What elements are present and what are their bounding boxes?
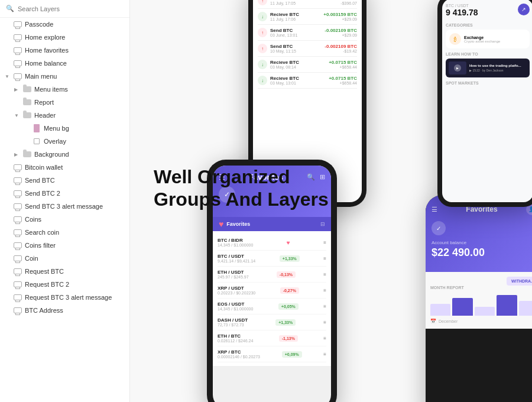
monitor-icon xyxy=(14,280,22,288)
phone4-content: ☰ Favorites 👤 ✓ Account balance $22 490.… xyxy=(426,195,532,402)
chart-area xyxy=(430,292,532,316)
monitor-icon xyxy=(14,254,22,262)
sidebar-item-send-btc[interactable]: Send BTC xyxy=(0,174,129,187)
folder-icon xyxy=(23,85,31,93)
send-arrow-icon: ↑ xyxy=(258,44,267,53)
menu-icon: ≡ xyxy=(323,352,326,357)
phone2-body: BTC / BIDR 14,345 / $1.000000 ♥ ≡ BTC / … xyxy=(213,231,331,366)
chart-bar-1 xyxy=(430,304,450,316)
monitor-icon xyxy=(14,293,22,302)
menu-icon: ≡ xyxy=(323,320,326,325)
folder-icon xyxy=(23,150,31,158)
tx-row-2: ↓ Recieve BTC 11 July, 17:06 +0.003159 B… xyxy=(258,9,357,25)
small-square-icon xyxy=(33,137,41,145)
sidebar-item-report[interactable]: Report xyxy=(0,96,129,109)
sidebar-item-request-btc[interactable]: Request BTC xyxy=(0,265,129,278)
sidebar-item-request-btc-2[interactable]: Request BTC 2 xyxy=(0,278,129,291)
sidebar-item-search-coin[interactable]: Search coin xyxy=(0,226,129,239)
monitor-icon xyxy=(14,228,22,236)
btc-header: BTC / USDT 9 419.78 ↗ xyxy=(446,4,530,20)
coin-row-xrp-usdt: XRP / USDT 0.20223 / $0.202230 -0,27% ≡ xyxy=(218,283,326,299)
folder-icon xyxy=(23,98,31,106)
sidebar-item-passcode[interactable]: Passcode xyxy=(0,18,129,31)
coin-row-btc-usdt: BTC / USDT 9,421.14 / $9,421.14 +1,33% ≡ xyxy=(218,251,326,267)
monitor-icon xyxy=(14,33,22,41)
coin-row-xrp-btc: XRP / BTC 0.00002146 / $0.20273 +0,09% ≡ xyxy=(218,346,326,362)
tx-row-5: ↓ Recieve BTC 03 May, 08:14 +0.0715 BTC … xyxy=(258,57,357,73)
menu-icon: ≡ xyxy=(323,304,326,309)
sidebar-item-btc-address[interactable]: BTC Address xyxy=(0,304,129,317)
monitor-icon xyxy=(14,306,22,315)
sidebar-item-coins-filter[interactable]: Coins filter xyxy=(0,239,129,252)
sidebar-item-request-btc-3[interactable]: Request BTC 3 alert message xyxy=(0,291,129,304)
folder-icon xyxy=(23,111,31,119)
learn-info: How to use the trading platfo... ▶ 15:22… xyxy=(469,64,521,72)
favorites-bar: ♥ Favorites ⊟ xyxy=(213,217,331,231)
coin-row-btc-bidr: BTC / BIDR 14,345 / $1.000000 ♥ ≡ xyxy=(218,235,326,251)
sidebar-item-background[interactable]: ▶ Background xyxy=(0,148,129,161)
sidebar-item-send-btc-3[interactable]: Send BTC 3 alert message xyxy=(0,200,129,213)
sidebar-item-coin[interactable]: Coin xyxy=(0,252,129,265)
sidebar-item-home-favorites[interactable]: Home favorites xyxy=(0,44,129,57)
monitor-icon xyxy=(14,267,22,275)
sidebar-item-home-explore[interactable]: Home explore xyxy=(0,31,129,44)
sidebar-item-menu-items[interactable]: ▶ Menu items xyxy=(0,83,129,96)
phone-mockup-categories: BTC / USDT 9 419.78 ↗ CATEGORIES ₿ Excha… xyxy=(437,0,532,207)
chart-bar-4 xyxy=(497,295,517,316)
sidebar-item-coins[interactable]: Coins xyxy=(0,213,129,226)
sidebar-item-home-balance[interactable]: Home balance xyxy=(0,57,129,70)
withdraw-button[interactable]: WITHDRA... xyxy=(507,277,532,286)
monitor-icon xyxy=(14,241,22,249)
pink-rect-icon xyxy=(33,124,41,132)
sidebar-item-send-btc-2[interactable]: Send BTC 2 xyxy=(0,187,129,200)
monitor-icon xyxy=(14,72,22,80)
phone-mockup-balance: ☰ Favorites 👤 ✓ Account balance $22 490.… xyxy=(426,195,532,402)
search-input[interactable] xyxy=(18,5,124,12)
tx-row-6: ↓ Recieve BTC 03 May, 13:01 +0.0715 BTC … xyxy=(258,73,357,89)
sidebar-item-main-menu[interactable]: ▼ Main menu xyxy=(0,70,129,83)
main-content: Well Organized Groups And Layers ↑ Send … xyxy=(130,0,532,402)
chevron-down-icon: ▼ xyxy=(5,74,11,79)
chevron-right-icon: ▶ xyxy=(14,87,20,92)
sidebar: 🔍 Passcode Home explore Home favorites H… xyxy=(0,0,130,402)
heart-icon: ♥ xyxy=(219,219,223,229)
tx-row-1: ↑ Send BTC 11 July, 17:05 -0.043010 BTC … xyxy=(258,0,357,9)
monitor-icon xyxy=(14,215,22,223)
person-icon: 👤 xyxy=(528,206,532,212)
profile-icon: ↗ xyxy=(518,4,530,15)
balance-body: WITHDRA... MONTH REPORT 📅 December xyxy=(426,272,532,329)
receive-arrow-icon: ↓ xyxy=(258,60,267,69)
menu-icon: ≡ xyxy=(323,336,326,341)
search-icon: 🔍 xyxy=(6,5,14,12)
send-arrow-icon: ↑ xyxy=(258,28,267,37)
monitor-icon xyxy=(14,202,22,210)
menu-icon: ≡ xyxy=(323,240,326,245)
sidebar-item-header[interactable]: ▼ Header xyxy=(0,109,129,122)
menu-icon: ≡ xyxy=(323,256,326,261)
monitor-icon xyxy=(14,59,22,67)
calendar-icon: 📅 xyxy=(430,319,436,324)
coin-row-eos-usdt: EOS / USDT 14,345 / $1.000000 +0,05% ≡ xyxy=(218,299,326,315)
balance-section: Account balance $22 490.00 xyxy=(432,240,532,259)
phone3-screen: BTC / USDT 9 419.78 ↗ CATEGORIES ₿ Excha… xyxy=(442,0,532,202)
grid-icon: ⊟ xyxy=(320,221,325,227)
receive-arrow-icon: ↓ xyxy=(258,12,267,21)
sidebar-item-menu-bg[interactable]: Menu bg xyxy=(0,122,129,135)
favorites-label: Favorites xyxy=(226,221,250,227)
search-bar[interactable]: 🔍 xyxy=(0,0,129,18)
learn-card: ▶ How to use the trading platfo... ▶ 15:… xyxy=(446,59,530,77)
video-thumbnail: ▶ xyxy=(449,61,466,74)
chart-bar-2 xyxy=(452,298,472,316)
check-icon: ✓ xyxy=(432,221,446,235)
monitor-icon xyxy=(14,46,22,54)
category-card-exchange: ₿ Exchange Crypto asset exchange xyxy=(446,30,530,48)
sidebar-item-overlay[interactable]: Overlay xyxy=(0,135,129,148)
learn-section: LEARN HOW TO ▶ How to use the trading pl… xyxy=(446,52,530,77)
chevron-down-icon: ▼ xyxy=(14,113,20,118)
coin-row-eth-btc: ETH / BTC 0.026112 / $246.24 -1,13% ≡ xyxy=(218,330,326,346)
sidebar-item-bitcoin-wallet[interactable]: Bitcoin wallet xyxy=(0,161,129,174)
hamburger-icon: ☰ xyxy=(432,206,437,213)
main-heading: Well Organized Groups And Layers xyxy=(154,166,329,211)
heading-line1: Well Organized Groups And Layers xyxy=(154,166,329,211)
chevron-right-icon: ▶ xyxy=(14,152,20,157)
